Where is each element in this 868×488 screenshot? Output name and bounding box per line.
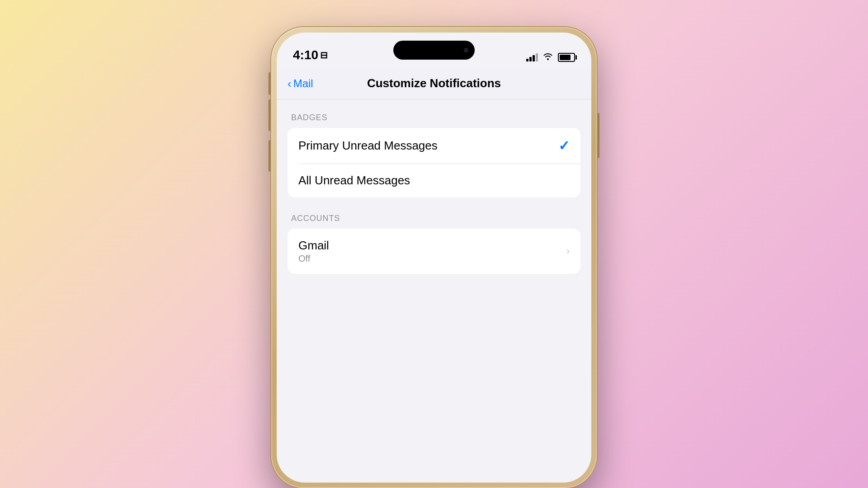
dynamic-island [393,41,475,60]
phone-screen: 4:10 ⊟ [277,33,591,483]
silent-button[interactable] [269,72,271,95]
status-icons [526,52,575,62]
back-chevron-icon: ‹ [288,78,292,89]
all-unread-item[interactable]: All Unread Messages [288,164,580,197]
battery-icon [558,53,575,62]
gmail-label: Gmail [298,239,329,253]
camera-dot [464,48,468,52]
back-button-label: Mail [293,77,313,90]
screen-reader-icon: ⊟ [320,50,328,61]
all-unread-label: All Unread Messages [298,174,410,188]
gmail-item[interactable]: Gmail Off › [288,229,580,274]
volume-down-button[interactable] [269,140,271,172]
gmail-chevron-icon: › [566,245,570,257]
signal-bar-3 [533,55,535,61]
wifi-icon [542,52,553,62]
badges-section-label: BADGES [288,113,580,122]
signal-bar-4 [536,53,538,61]
volume-up-button[interactable] [269,99,271,131]
back-button[interactable]: ‹ Mail [288,77,313,90]
page-title: Customize Notifications [367,76,501,90]
status-time: 4:10 ⊟ [293,48,328,62]
primary-unread-checkmark: ✓ [558,138,570,154]
primary-unread-label: Primary Unread Messages [298,139,438,153]
badges-list-group: Primary Unread Messages ✓ All Unread Mes… [288,128,580,197]
power-button[interactable] [597,113,599,158]
navigation-bar: ‹ Mail Customize Notifications [277,68,591,99]
battery-fill [560,55,571,60]
phone-frame: 4:10 ⊟ [271,27,597,488]
time-display: 4:10 [293,48,318,62]
gmail-item-content: Gmail Off [298,239,329,264]
gmail-status: Off [298,253,329,264]
content-area: BADGES Primary Unread Messages ✓ All Unr… [277,99,591,483]
primary-unread-item[interactable]: Primary Unread Messages ✓ [288,128,580,164]
signal-bar-1 [526,59,528,61]
accounts-section-label: ACCOUNTS [288,214,580,223]
signal-bar-2 [529,57,532,61]
accounts-list-group: Gmail Off › [288,229,580,274]
signal-bars [526,53,538,61]
